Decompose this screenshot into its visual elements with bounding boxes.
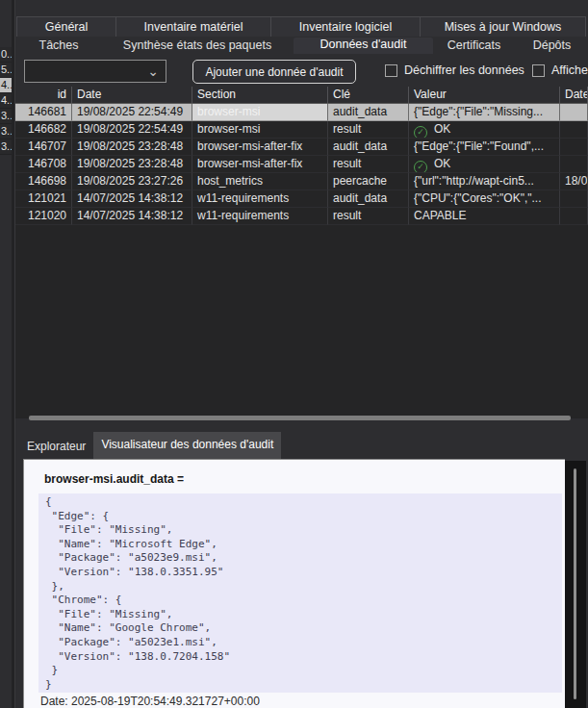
table-row[interactable]: 14670719/08/2025 23:28:48browser-msi-aft… — [15, 139, 588, 156]
left-clipped-row[interactable]: 4.. — [0, 78, 12, 93]
cell-section: w11-requirements — [192, 190, 328, 208]
tab-taches[interactable]: Tâches — [16, 38, 101, 54]
horizontal-scrollbar[interactable] — [29, 416, 571, 420]
grid-header-row: idDateSectionCléValeurDate c — [15, 87, 588, 104]
cell-id: 146681 — [15, 104, 72, 121]
audit-data-viewer-panel: browser-msi.audit_data = { "Edge": { "Fi… — [23, 459, 565, 708]
cell-valeur: {"Edge":{"File":"Found",... — [409, 139, 560, 156]
left-clipped-row[interactable]: 3.. — [0, 139, 12, 155]
cell-date: 19/08/2025 23:27:26 — [72, 173, 192, 190]
cell-date: 19/08/2025 22:54:49 — [72, 121, 192, 139]
cell-id: 121021 — [15, 190, 72, 208]
cell-date-creation — [560, 104, 588, 121]
ok-check-icon: ✓ — [414, 161, 427, 173]
left-clipped-row[interactable]: 3.. — [0, 109, 12, 124]
cell-id: 146707 — [15, 139, 72, 156]
tab-inventaire-materiel[interactable]: Inventaire matériel — [115, 16, 271, 37]
cell-cle: result — [328, 208, 409, 225]
audit-filter-combobox[interactable]: ⌄ — [24, 60, 166, 83]
cell-section: w11-requirements — [192, 208, 328, 225]
column-header-date-c[interactable]: Date c — [560, 87, 588, 103]
column-header-section[interactable]: Section — [192, 87, 328, 103]
tab-bar-primary: GénéralInventaire matérielInventaire log… — [16, 16, 585, 37]
left-clipped-panel: 0..5..4..4..3..3..3.. — [0, 47, 12, 155]
left-clipped-row[interactable]: 4.. — [0, 93, 12, 109]
viewer-date-line: Date: 2025-08-19T20:54:49.321727+00:00 — [40, 695, 260, 708]
viewer-vertical-scrollbar[interactable] — [565, 461, 586, 708]
decrypt-data-checkbox[interactable]: Déchiffrer les données — [385, 62, 524, 79]
audit-data-grid: idDateSectionCléValeurDate c 14668119/08… — [15, 87, 588, 418]
cell-section: browser-msi — [192, 121, 328, 139]
cell-valeur: ✓OK — [409, 121, 560, 139]
left-clipped-row[interactable]: 3.. — [0, 124, 12, 139]
cell-cle: result — [328, 121, 409, 139]
checkbox-unchecked-icon[interactable] — [532, 64, 545, 77]
cell-date: 19/08/2025 23:28:48 — [72, 156, 192, 173]
cell-date: 19/08/2025 22:54:49 — [72, 104, 192, 121]
tab-synthese-etats-des-paquets[interactable]: Synthèse états des paquets — [101, 38, 294, 54]
tab-bar-secondary: TâchesSynthèse états des paquetsDonnées … — [16, 38, 588, 54]
cell-date-creation — [560, 190, 588, 208]
cell-valeur: {"CPU":{"Cores":"OK","... — [409, 190, 560, 208]
cell-date: 14/07/2025 14:38:12 — [72, 208, 192, 225]
left-clipped-row[interactable]: 0.. — [0, 47, 12, 63]
cell-cle: audit_data — [328, 104, 409, 121]
cell-valeur: CAPABLE — [409, 208, 560, 225]
column-header-cle[interactable]: Clé — [328, 87, 409, 103]
cell-date-creation — [560, 121, 588, 139]
cell-valeur: {"Edge":{"File":"Missing... — [409, 104, 560, 121]
table-row[interactable]: 14670819/08/2025 23:28:48browser-msi-aft… — [15, 156, 588, 173]
cell-date: 14/07/2025 14:38:12 — [72, 190, 192, 208]
cell-section: browser-msi-after-fix — [192, 156, 328, 173]
tab-explorateur[interactable]: Explorateur — [19, 436, 93, 459]
cell-cle: peercache — [328, 173, 409, 190]
table-row[interactable]: 14668119/08/2025 22:54:49browser-msiaudi… — [15, 104, 588, 121]
viewer-heading: browser-msi.audit_data = — [44, 472, 184, 486]
cell-id: 121020 — [15, 208, 72, 225]
show-checkbox-label: Afficher l — [551, 63, 588, 77]
cell-cle: audit_data — [328, 139, 409, 156]
add-audit-data-button[interactable]: Ajouter une donnée d'audit — [192, 60, 356, 84]
cell-date-creation: 18/09 — [560, 173, 588, 190]
cell-section: browser-msi — [192, 104, 328, 121]
cell-id: 146698 — [15, 173, 72, 190]
table-row[interactable]: 12102114/07/2025 14:38:12w11-requirement… — [15, 190, 588, 208]
chevron-down-icon: ⌄ — [147, 61, 159, 82]
cell-id: 146682 — [15, 121, 72, 139]
tab-inventaire-logiciel[interactable]: Inventaire logiciel — [270, 16, 421, 37]
viewer-tab-bar: ExplorateurVisualisateur des données d'a… — [19, 432, 281, 459]
column-header-id[interactable]: id — [15, 87, 72, 103]
left-clipped-row[interactable]: 5.. — [0, 63, 12, 78]
column-header-date[interactable]: Date — [72, 87, 192, 103]
tab-depots[interactable]: Dépôts — [515, 38, 588, 54]
cell-section: browser-msi-after-fix — [192, 139, 328, 156]
tab-mises-a-jour-windows[interactable]: Mises à jour Windows — [420, 16, 586, 37]
cell-section: host_metrics — [192, 173, 328, 190]
tab-certificats[interactable]: Certificats — [433, 38, 515, 54]
json-view: { "Edge": { "File": "Missing", "Name": "… — [38, 493, 562, 693]
table-row[interactable]: 14669819/08/2025 23:27:26host_metricspee… — [15, 173, 588, 190]
cell-cle: result — [328, 156, 409, 173]
tab-visualisateur-des-donnees-d-audit[interactable]: Visualisateur des données d'audit — [93, 432, 281, 459]
cell-id: 146708 — [15, 156, 72, 173]
column-header-valeur[interactable]: Valeur — [409, 87, 560, 103]
show-checkbox[interactable]: Afficher l — [532, 62, 588, 79]
cell-date: 19/08/2025 23:28:48 — [72, 139, 192, 156]
app-window: 0..5..4..4..3..3..3.. GénéralInventaire … — [0, 0, 588, 708]
checkbox-unchecked-icon[interactable] — [385, 64, 397, 77]
decrypt-data-checkbox-label: Déchiffrer les données — [404, 63, 524, 77]
scrollbar-thumb[interactable] — [574, 468, 576, 699]
table-row[interactable]: 14668219/08/2025 22:54:49browser-msiresu… — [15, 121, 588, 139]
ok-check-icon: ✓ — [414, 126, 427, 139]
cell-cle: audit_data — [328, 190, 409, 208]
cell-date-creation — [560, 156, 588, 173]
cell-valeur: ✓OK — [409, 156, 560, 173]
cell-date-creation — [560, 139, 588, 156]
tab-donnees-d-audit[interactable]: Données d'audit — [294, 38, 433, 54]
audit-tab-page: GénéralInventaire matérielInventaire log… — [15, 0, 588, 708]
tab-general[interactable]: Général — [16, 16, 116, 37]
cell-date-creation — [560, 208, 588, 225]
cell-valeur: {"url":"http://wapt-cin5... — [409, 173, 560, 190]
grid-body: 14668119/08/2025 22:54:49browser-msiaudi… — [15, 104, 588, 225]
table-row[interactable]: 12102014/07/2025 14:38:12w11-requirement… — [15, 208, 588, 225]
